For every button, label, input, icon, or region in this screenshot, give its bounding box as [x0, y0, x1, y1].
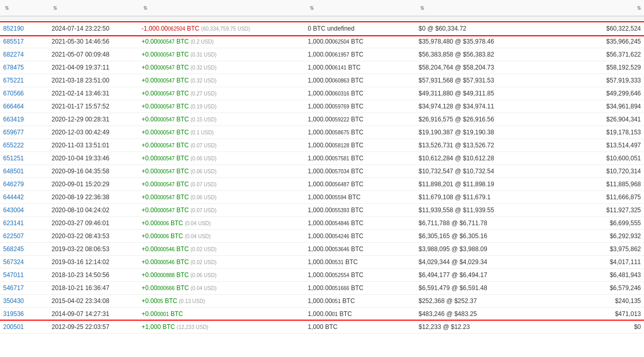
block-link[interactable]: 682274 — [3, 51, 24, 58]
cell-time: 2020-08-19 22:36:38 — [48, 191, 138, 204]
balance-value: 1,000.00053646 BTC — [308, 245, 363, 253]
cell-amount: +0.00000547 BTC (0.2 USD) — [138, 35, 305, 48]
cell-profit: $11,927,325 — [568, 204, 644, 217]
cell-balance-usd: $0 @ $60,334.72 — [415, 22, 568, 35]
sort-icon-block: ⇅ — [5, 5, 9, 11]
cell-amount: +0.00000547 BTC (0.27 USD) — [138, 87, 305, 100]
cell-profit: $13,514,497 — [568, 139, 644, 152]
amount-usd: (0.04 USD) — [191, 285, 217, 291]
block-link[interactable]: 622507 — [3, 232, 24, 240]
table-row: 6855172021-05-30 14:46:56+0.00000547 BTC… — [0, 35, 644, 48]
balance-usd-value: $11,939,558 — [418, 207, 453, 214]
block-link[interactable]: 648501 — [3, 168, 24, 175]
cell-balance: 1,000.00054246 BTC — [305, 230, 416, 243]
block-link[interactable]: 319536 — [3, 310, 24, 318]
amount-usd: (0.06 USD) — [191, 272, 217, 278]
amount-value: +0.00000547 BTC — [142, 103, 189, 110]
balance-usd-value: $6,494,177 — [418, 271, 450, 279]
amount-value: +0.00000547 BTC — [142, 181, 189, 188]
balance-decimals: 060316 — [332, 91, 349, 97]
amount-value: +0.000006 BTC — [142, 232, 183, 240]
block-link[interactable]: 675221 — [3, 77, 24, 84]
block-link[interactable]: 663419 — [3, 116, 24, 123]
balance-price-value: $26,916.56 — [463, 116, 494, 123]
col-header-block[interactable]: ⇅ — [0, 0, 48, 16]
block-link[interactable]: 670566 — [3, 90, 24, 97]
balance-price-value: $57,931.53 — [463, 77, 494, 84]
cell-balance-usd: $26,916,575 @ $26,916.56 — [415, 113, 568, 126]
block-link[interactable]: 655222 — [3, 142, 24, 149]
cell-block: 648501 — [0, 165, 48, 178]
block-link[interactable]: 644442 — [3, 194, 24, 201]
amount-usd: (0.06 USD) — [191, 169, 217, 174]
block-link[interactable]: 546717 — [3, 284, 24, 292]
cell-amount: +0.00000546 BTC (0.02 USD) — [138, 243, 305, 256]
balance-price-value: $11,898.19 — [463, 181, 494, 188]
cell-profit: $3,975,862 — [568, 243, 644, 256]
balance-price-value: $11,679.1 — [463, 194, 491, 201]
cell-time: 2021-05-07 00:09:48 — [48, 48, 138, 61]
amount-decimals: 000547 — [157, 208, 174, 213]
cell-amount: +0.00000666 BTC (0.04 USD) — [138, 282, 305, 295]
cell-profit: $58,192,529 — [568, 61, 644, 74]
amount-usd: (0.06 USD) — [191, 156, 217, 161]
block-link[interactable]: 568245 — [3, 245, 24, 253]
block-link[interactable]: 646279 — [3, 181, 24, 188]
block-link[interactable]: 852190 — [3, 25, 24, 32]
balance-value: 0 BTC undefined — [308, 25, 355, 32]
block-link[interactable]: 623141 — [3, 219, 24, 227]
cell-balance-usd: $10,732,547 @ $10,732.54 — [415, 165, 568, 178]
cell-time: 2021-04-09 19:37:11 — [48, 61, 138, 74]
block-link[interactable]: 547011 — [3, 271, 24, 279]
amount-decimals: 0006 — [157, 234, 169, 239]
hide-transactions-link[interactable] — [0, 16, 644, 22]
balance-usd-value: $11,679,108 — [418, 194, 453, 201]
amount-usd: (0.32 USD) — [191, 78, 217, 84]
block-link[interactable]: 678475 — [3, 64, 24, 71]
balance-value: 1,000.00051666 BTC — [308, 284, 363, 292]
table-row: 6462792020-09-01 15:20:29+0.00000547 BTC… — [0, 178, 644, 191]
cell-balance-usd: $11,679,108 @ $11,679.1 — [415, 191, 568, 204]
cell-profit: $6,699,555 — [568, 217, 644, 230]
sort-icon-balance-usd: ⇅ — [420, 5, 424, 11]
amount-decimals: 000546 — [157, 259, 174, 265]
block-link[interactable]: 651251 — [3, 155, 24, 162]
amount-usd: (0.31 USD) — [191, 52, 217, 58]
balance-value: 1,000.00059769 BTC — [308, 103, 363, 110]
balance-price-value: $10,732.54 — [463, 168, 494, 175]
amount-value: +0.000001 BTC — [142, 310, 183, 318]
sort-icon-time: ⇅ — [53, 5, 57, 11]
balance-decimals: 05594 — [332, 195, 346, 200]
amount-decimals: 0006 — [157, 221, 169, 226]
balance-usd-value: $10,612,284 — [418, 155, 453, 162]
col-header-amount[interactable]: ⇅ — [138, 0, 305, 16]
balance-decimals: 058128 — [332, 143, 349, 148]
amount-decimals: 000546 — [157, 246, 174, 252]
cell-block: 651251 — [0, 152, 48, 165]
balance-price-value: $56,383.82 — [463, 51, 494, 58]
block-link[interactable]: 567324 — [3, 258, 24, 266]
col-header-balance[interactable]: ⇅ — [305, 0, 416, 16]
block-link[interactable]: 643004 — [3, 207, 24, 214]
cell-amount: +0.00000547 BTC (0.1 USD) — [138, 126, 305, 139]
amount-usd: (0.04 USD) — [185, 221, 211, 226]
col-header-balance-usd[interactable]: ⇅ — [415, 0, 568, 16]
amount-usd: (0.13 USD) — [179, 298, 205, 304]
block-link[interactable]: 659677 — [3, 129, 24, 136]
balance-decimals: 060863 — [332, 78, 349, 84]
col-header-time[interactable]: ⇅ — [48, 0, 138, 16]
cell-balance: 1,000.00060863 BTC — [305, 74, 416, 87]
balance-value: 1,000.00055393 BTC — [308, 207, 363, 214]
col-header-profit[interactable]: ⇅ — [568, 0, 644, 16]
amount-value: +0.00000547 BTC — [142, 116, 189, 123]
block-link[interactable]: 200501 — [3, 323, 24, 331]
block-link[interactable]: 685517 — [3, 38, 24, 45]
amount-usd: (12,233 USD) — [177, 324, 208, 330]
balance-usd-value: $19,190,387 — [418, 129, 453, 136]
cell-profit: $10,720,314 — [568, 165, 644, 178]
block-link[interactable]: 350430 — [3, 297, 24, 305]
table-row: 5470112018-10-23 14:50:56+0.00000888 BTC… — [0, 269, 644, 282]
block-link[interactable]: 666464 — [3, 103, 24, 110]
transactions-table: ⇅ ⇅ ⇅ ⇅ ⇅ ⇅ — [0, 0, 644, 334]
table-row: 5682452019-03-22 08:06:53+0.00000546 BTC… — [0, 243, 644, 256]
